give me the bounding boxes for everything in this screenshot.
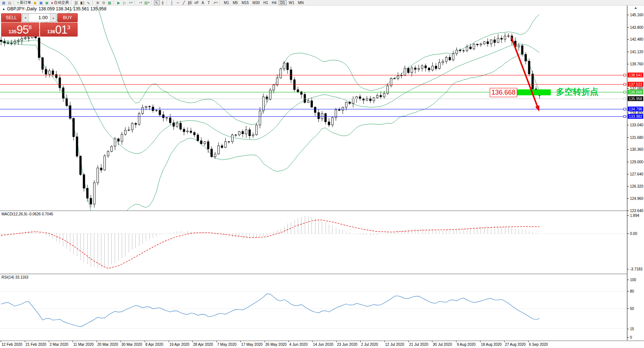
time-axis-tickmark [408,341,409,342]
price-axis-tickmark [627,15,629,15]
price-level-annotation-box[interactable]: 136.668 [490,88,517,97]
rsi-indicator-pane[interactable]: RSI(14) 33.1163 [0,274,627,340]
volume-input[interactable]: 1.00 [29,14,50,22]
chart-collapse-icon[interactable]: ▲ [2,7,5,11]
vertical-line-button[interactable]: │ [169,0,175,5]
text-icon: A [202,1,204,5]
toolbar-separator [152,0,153,5]
volume-spinner: ▼ 1.00 ▲ [22,13,57,22]
price-axis[interactable]: 145.160143.800142.480141.120139.760137.0… [627,5,644,340]
pane-splitter-main-macd[interactable] [0,211,627,211]
trend-line-icon: ╱ [183,1,185,5]
time-axis-tickmark [192,341,193,342]
timeframe-d1-button[interactable]: D1 [279,0,287,5]
add-indicator-button[interactable]: +▾ [128,0,134,5]
rsi-axis-tick: 80 [630,289,634,293]
zoom-out-button[interactable]: ⊖ [101,0,107,5]
main-chart-pane[interactable] [0,5,627,211]
fibonacci-retracement-button[interactable]: ≡F [193,0,200,5]
text-label-icon: T [208,1,210,5]
toolbar: ▦▤+新订单◆▣◉●自动交易|||▮▯∿⊕⊖▦▶▷+▾◔▾▨▾↖┼│─╱∥E≡F… [0,0,644,6]
periods-button[interactable]: ◔▾ [137,0,143,5]
timeframe-m1-button[interactable]: M1 [222,0,231,5]
time-axis-tickmark [97,341,97,342]
cursor-button[interactable]: ↖ [154,0,160,5]
time-axis-label: 30 Mar 2020 [121,342,142,347]
time-axis-label: 2 Mar 2020 [50,342,68,347]
chart-shift-button[interactable]: ▷ [122,0,128,5]
price-axis-tickmark [627,198,629,199]
timeframe-w1-button[interactable]: W1 [287,0,296,5]
time-axis-tickmark [456,341,456,342]
time-axis-tickmark [264,341,265,342]
time-axis-tickmark [49,341,49,342]
strategy-tester-button[interactable]: ▣ [38,0,44,5]
timeframe-mn-button[interactable]: MN [296,0,306,5]
auto-scroll-button[interactable]: ▶ [116,0,122,5]
timeframe-m15-button[interactable]: M15 [240,0,250,5]
line-chart-button[interactable]: ∿ [85,0,91,5]
trend-line-button[interactable]: ╱ [181,0,187,5]
rsi-label: RSI(14) 33.1163 [1,275,28,279]
bar-chart-icon: ||| [75,1,78,5]
templates-button[interactable]: ▨▾ [143,0,151,5]
arrows-button[interactable]: ↗▾ [212,0,219,5]
time-axis-label: 4 Jun 2020 [289,342,308,347]
text-label-button[interactable]: T [206,0,212,5]
market-scanner-button[interactable]: ◉ [44,0,50,5]
price-badge: 138.541 [628,73,643,78]
time-axis-label: 12 Feb 2020 [1,342,22,347]
timeframe-m5-button[interactable]: M5 [231,0,240,5]
price-axis-tick: 127.640 [630,172,643,176]
turning-point-annotation-text[interactable]: 多空转折点 [556,86,599,98]
price-chart-canvas[interactable] [0,5,627,211]
horizontal-line-button[interactable]: ─ [175,0,181,5]
profiles-button[interactable]: ▤ [7,0,13,5]
time-axis-label: 6 Sep 2020 [529,342,548,347]
toolbar-separator [114,0,115,5]
rsi-canvas[interactable] [0,274,627,340]
fibonacci-retracement-icon: ≡F [194,1,199,5]
new-chart-button[interactable]: ▦ [1,0,7,5]
templates-icon: ▨ [144,1,148,5]
buy-button[interactable]: BUY [57,13,78,22]
metaeditor-button[interactable]: ◆ [32,0,38,5]
text-button[interactable]: A [200,0,206,5]
volume-decrease-button[interactable]: ▼ [23,14,29,22]
sell-price-display[interactable]: 135958 [1,23,39,37]
new-order-button[interactable]: +新订单 [16,0,32,5]
time-axis-label: 21 Jul 2020 [409,342,428,347]
buy-price-prefix: 136 [47,29,55,34]
macd-axis-tick: 1.894 [630,214,639,218]
buy-price-sup: 3 [67,24,70,30]
tile-windows-button[interactable]: ▦ [107,0,112,5]
bar-chart-button[interactable]: ||| [73,0,79,5]
vertical-line-icon: │ [171,1,173,5]
time-axis[interactable]: 12 Feb 202021 Feb 20202 Mar 202011 Mar 2… [0,341,644,348]
pane-splitter-macd-rsi[interactable] [0,274,627,274]
candlestick-chart-button[interactable]: ▮▯ [79,0,85,5]
macd-indicator-pane[interactable]: MACD(12,26,9) -0.0626 0.7045 [0,211,627,274]
time-axis-tickmark [336,341,337,342]
sell-button[interactable]: SELL [1,13,21,22]
rsi-axis-tick: 15 [630,327,634,331]
macd-axis-tick: -3.7183 [630,267,643,271]
add-indicator-icon: + [129,1,131,5]
timeframe-m30-button[interactable]: M30 [251,0,262,5]
volume-increase-button[interactable]: ▲ [50,14,56,22]
timeframe-h4-button[interactable]: H4 [270,0,279,5]
rsi-axis-tick: 50 [630,307,634,311]
macd-axis-tickmark [627,233,629,234]
macd-canvas[interactable] [0,211,627,274]
zoom-in-button[interactable]: ⊕ [95,0,101,5]
buy-price-display[interactable]: 136013 [40,23,78,37]
autotrading-button[interactable]: ●自动交易 [50,0,70,5]
time-axis-label: 2 Jul 2020 [361,342,378,347]
crosshair-button[interactable]: ┼ [160,0,166,5]
time-axis-label: 17 May 2020 [241,342,263,347]
timeframe-h1-button[interactable]: H1 [262,0,270,5]
time-axis-label: 28 Apr 2020 [193,342,213,347]
rsi-axis-tick: 100 [630,278,636,282]
equidistant-channel-button[interactable]: ∥E [187,0,193,5]
price-axis-tickmark [627,52,629,52]
